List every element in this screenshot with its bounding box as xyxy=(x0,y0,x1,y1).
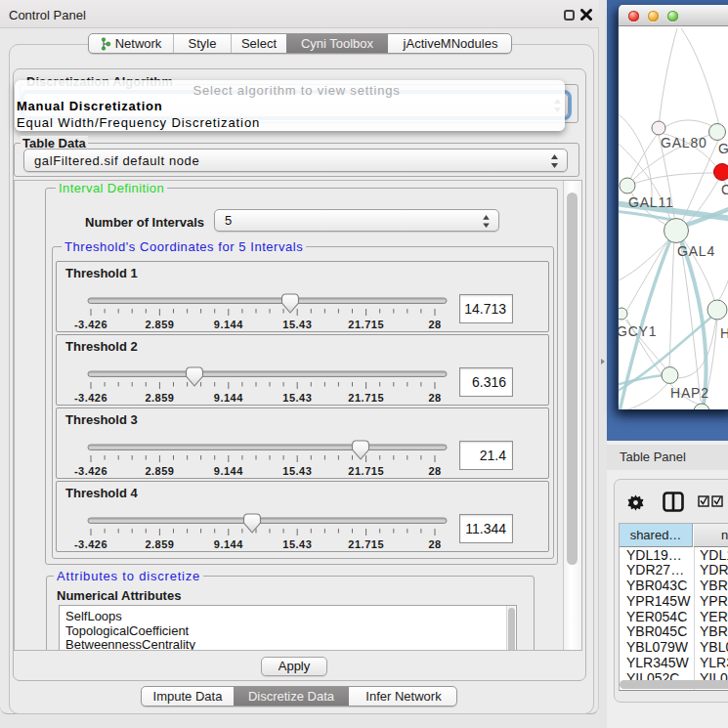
svg-text:9.144: 9.144 xyxy=(214,392,243,404)
svg-text:21.715: 21.715 xyxy=(348,465,384,477)
svg-text:15.43: 15.43 xyxy=(282,319,312,330)
svg-text:21.715: 21.715 xyxy=(348,392,384,404)
svg-text:GCY1: GCY1 xyxy=(619,323,657,339)
svg-text:-3.426: -3.426 xyxy=(74,465,107,477)
svg-text:2.859: 2.859 xyxy=(145,319,174,330)
svg-text:9.144: 9.144 xyxy=(214,319,243,330)
svg-text:-3.426: -3.426 xyxy=(74,319,107,330)
svg-text:15.43: 15.43 xyxy=(282,538,312,550)
svg-text:9.144: 9.144 xyxy=(214,538,243,550)
svg-text:-3.426: -3.426 xyxy=(74,392,107,404)
svg-text:GAL80: GAL80 xyxy=(661,135,707,150)
svg-text:GAL4: GAL4 xyxy=(677,243,715,259)
svg-text:21.715: 21.715 xyxy=(348,538,384,550)
svg-text:HAP2: HAP2 xyxy=(670,385,709,401)
svg-text:GA: GA xyxy=(718,141,728,156)
svg-text:28: 28 xyxy=(428,319,441,330)
svg-text:28: 28 xyxy=(428,392,441,404)
svg-text:2.859: 2.859 xyxy=(145,465,174,477)
svg-text:9.144: 9.144 xyxy=(214,465,243,477)
svg-text:15.43: 15.43 xyxy=(282,392,312,404)
svg-text:15.43: 15.43 xyxy=(282,465,312,477)
svg-text:28: 28 xyxy=(428,538,441,550)
svg-text:GAL11: GAL11 xyxy=(628,194,674,210)
svg-text:H: H xyxy=(720,325,728,341)
svg-text:-3.426: -3.426 xyxy=(74,538,107,550)
svg-text:C: C xyxy=(721,182,728,197)
svg-text:21.715: 21.715 xyxy=(348,319,384,330)
svg-text:28: 28 xyxy=(428,465,441,477)
svg-text:2.859: 2.859 xyxy=(145,538,174,550)
svg-text:2.859: 2.859 xyxy=(145,392,174,404)
